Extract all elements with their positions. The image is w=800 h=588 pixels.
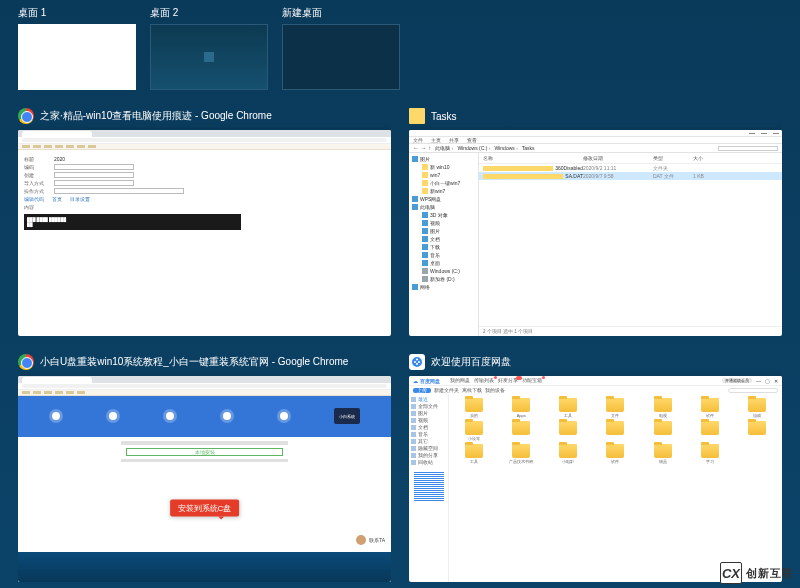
window-chrome-1[interactable]: 之家·精品-win10查看电脑使用痕迹 - Google Chrome 标题20…: [18, 106, 391, 336]
desktop-thumbnail-active[interactable]: [18, 24, 136, 90]
folder-icon: [654, 398, 672, 412]
maximize-icon[interactable]: ▢: [765, 378, 770, 384]
tree-item[interactable]: 新加卷 (D:): [412, 276, 475, 282]
folder-icon: [559, 398, 577, 412]
folder-icon: [465, 444, 483, 458]
tree-item[interactable]: 3D 对象: [412, 212, 475, 218]
qr-code: [414, 471, 444, 501]
search-input[interactable]: [728, 388, 778, 393]
minimize-icon[interactable]: —: [756, 378, 761, 384]
baidu-netdisk-icon: [409, 354, 425, 370]
tree-item[interactable]: 图片: [412, 228, 475, 234]
tree-item[interactable]: 此电脑: [412, 204, 475, 210]
folder-icon: [606, 444, 624, 458]
tree-item[interactable]: 文档: [412, 236, 475, 242]
window-thumbnail[interactable]: ☁百度网盘 我的网盘 传输列表 好友分享 功能宝箱 开通超级会员 — ▢ ✕ 上…: [409, 376, 782, 582]
folder-icon: [512, 444, 530, 458]
tree-item[interactable]: 下载: [412, 244, 475, 250]
folder-icon: [748, 421, 766, 435]
file-row[interactable]: SA.DAT2020/9/7 9:58DAT 文件1 KB: [479, 172, 782, 180]
tree-item[interactable]: 桌面: [412, 260, 475, 266]
sidebar-item[interactable]: 回收站: [411, 460, 446, 465]
baidu-toolbar: 上传 新建文件夹 离线下载 我的设备: [409, 386, 782, 394]
folder-item[interactable]: [640, 421, 686, 441]
tree-item[interactable]: WPS网盘: [412, 196, 475, 202]
baidu-sidebar[interactable]: 最近全部文件图片视频文档音乐其它隐藏空间我的分享回收站: [409, 394, 449, 582]
window-chrome-2[interactable]: 小白U盘重装win10系统教程_小白一键重装系统官网 - Google Chro…: [18, 352, 391, 582]
folder-item[interactable]: Apps: [498, 398, 544, 418]
explorer-tree[interactable]: 图片新 win10win7小白一键win7新win7WPS网盘此电脑3D 对象视…: [409, 153, 479, 336]
search-input[interactable]: [718, 146, 778, 151]
window-thumbnail[interactable]: 小白系统 本地安装 安装到系统C盘 联系TA: [18, 376, 391, 582]
sidebar-item[interactable]: 音乐: [411, 432, 446, 437]
window-title: Tasks: [431, 111, 457, 122]
sidebar-item[interactable]: 最近: [411, 397, 446, 402]
window-title: 之家·精品-win10查看电脑使用痕迹 - Google Chrome: [40, 109, 272, 123]
folder-item[interactable]: [545, 421, 591, 441]
folder-item[interactable]: 物品: [640, 444, 686, 464]
window-baidu-netdisk[interactable]: 欢迎使用百度网盘 ☁百度网盘 我的网盘 传输列表 好友分享 功能宝箱 开通超级会…: [409, 352, 782, 582]
folder-icon: [701, 421, 719, 435]
folder-item[interactable]: 电视: [640, 398, 686, 418]
folder-item[interactable]: 学习: [687, 444, 733, 464]
folder-item[interactable]: [592, 421, 638, 441]
sidebar-item[interactable]: 视频: [411, 418, 446, 423]
folder-item[interactable]: 游戏: [734, 398, 780, 418]
tree-item[interactable]: 视频: [412, 220, 475, 226]
desktop-1[interactable]: 桌面 1: [18, 6, 136, 90]
file-row[interactable]: 360Disabled2020/9/2 11:11文件夹: [479, 164, 782, 172]
folder-item[interactable]: 软件: [687, 398, 733, 418]
explorer-list[interactable]: 名称修改日期类型大小 360Disabled2020/9/2 11:11文件夹S…: [479, 153, 782, 336]
sidebar-item[interactable]: 图片: [411, 411, 446, 416]
avatar: [356, 535, 366, 545]
folder-item[interactable]: 文件: [592, 398, 638, 418]
folder-item[interactable]: 工具: [451, 444, 497, 464]
tree-item[interactable]: 新win7: [412, 188, 475, 194]
folder-item[interactable]: [734, 421, 780, 441]
sidebar-item[interactable]: 我的分享: [411, 453, 446, 458]
folder-icon: [512, 421, 530, 435]
vip-button[interactable]: 开通超级会员: [722, 378, 752, 383]
tree-item[interactable]: 小白一键win7: [412, 180, 475, 186]
tree-item[interactable]: win7: [412, 172, 475, 178]
folder-item[interactable]: 软件: [592, 444, 638, 464]
tree-item[interactable]: Windows (C:): [412, 268, 475, 274]
sidebar-item[interactable]: 隐藏空间: [411, 446, 446, 451]
window-thumbnail[interactable]: 标题2020 编码 创建 导入方式 操作方式 编辑代码首页目录设置 内容 ███…: [18, 130, 391, 336]
upload-button[interactable]: 上传: [413, 388, 431, 393]
close-icon[interactable]: ✕: [774, 378, 778, 384]
folder-icon: [701, 398, 719, 412]
window-thumbnail[interactable]: 文件主页共享查看 ← → ↑ 此电脑 Windows (C:) Windows …: [409, 130, 782, 336]
folder-item[interactable]: 工具: [545, 398, 591, 418]
desktop-thumbnail[interactable]: [150, 24, 268, 90]
tree-item[interactable]: 图片: [412, 156, 475, 162]
folder-item[interactable]: 我的: [451, 398, 497, 418]
tree-item[interactable]: 新 win10: [412, 164, 475, 170]
baidu-file-grid[interactable]: 我的Apps工具文件电视软件游戏小说等工具产品技术书籍小电影软件物品学习: [449, 394, 782, 582]
breadcrumb[interactable]: ← → ↑ 此电脑 Windows (C:) Windows Tasks: [409, 144, 782, 153]
sidebar-item[interactable]: 其它: [411, 439, 446, 444]
tree-item[interactable]: 音乐: [412, 252, 475, 258]
folder-item[interactable]: [498, 421, 544, 441]
virtual-desktop-bar: 桌面 1 桌面 2 新建桌面: [0, 0, 800, 100]
folder-item[interactable]: 产品技术书籍: [498, 444, 544, 464]
new-desktop-thumbnail[interactable]: [282, 24, 400, 90]
desktop-2[interactable]: 桌面 2: [150, 6, 268, 90]
window-explorer[interactable]: Tasks 文件主页共享查看 ← → ↑ 此电脑 Windows (C:) Wi…: [409, 106, 782, 336]
sidebar-item[interactable]: 文档: [411, 425, 446, 430]
folder-icon: [465, 421, 483, 435]
folder-icon: [512, 398, 530, 412]
folder-icon: [465, 398, 483, 412]
folder-icon: [654, 421, 672, 435]
folder-icon: [701, 444, 719, 458]
chrome-icon: [18, 108, 34, 124]
folder-item[interactable]: [687, 421, 733, 441]
tree-item[interactable]: 网络: [412, 284, 475, 290]
folder-item[interactable]: 小电影: [545, 444, 591, 464]
desktop-label: 桌面 2: [150, 6, 268, 20]
baidu-tabs[interactable]: 我的网盘 传输列表 好友分享 功能宝箱: [450, 378, 542, 383]
xiaobai-popup: 安装到系统C盘: [170, 499, 240, 516]
folder-item[interactable]: 小说等: [451, 421, 497, 441]
sidebar-item[interactable]: 全部文件: [411, 404, 446, 409]
desktop-new[interactable]: 新建桌面: [282, 6, 400, 90]
